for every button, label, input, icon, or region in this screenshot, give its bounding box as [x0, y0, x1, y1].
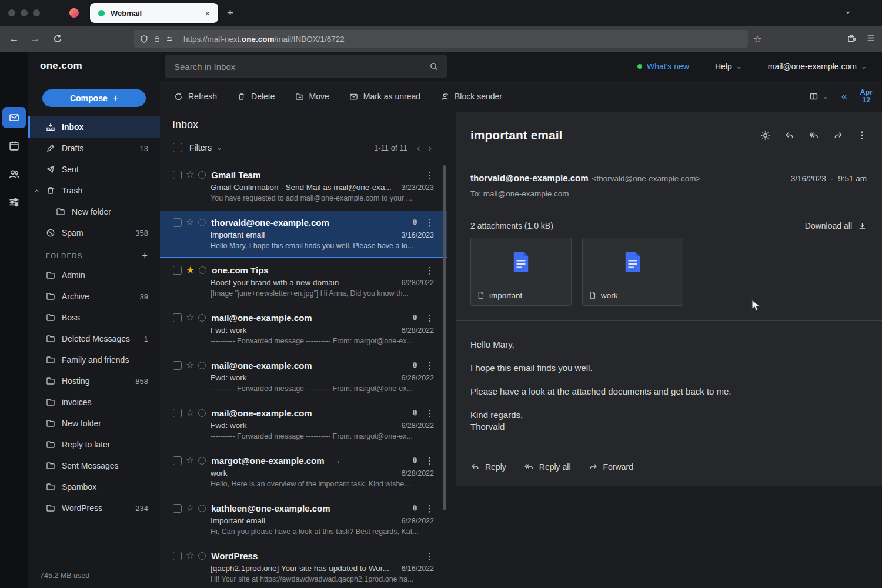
reload-button[interactable] [49, 32, 66, 46]
block-sender-button[interactable]: Block sender [440, 92, 502, 101]
layout-view-button[interactable]: ⌄ [809, 92, 828, 101]
tab-close-icon[interactable]: × [202, 8, 212, 19]
sidebar-item-drafts[interactable]: Drafts 13 [28, 138, 160, 159]
email-checkbox[interactable] [173, 409, 182, 417]
read-indicator[interactable] [198, 219, 206, 226]
rail-contacts-button[interactable] [8, 168, 20, 180]
tracking-shield-icon[interactable] [140, 35, 148, 44]
email-checkbox[interactable] [173, 552, 182, 560]
sidebar-item-trash[interactable]: Trash [28, 180, 160, 201]
sidebar-folder-new-folder[interactable]: New folder [28, 413, 160, 434]
kebab-menu-icon[interactable]: ⋮ [425, 218, 434, 227]
sidebar-item-inbox[interactable]: Inbox [28, 116, 160, 138]
menu-hamburger-icon[interactable]: ☰ [867, 33, 875, 44]
email-list-item[interactable]: ☆ mail@one-example.com ⋮ Fwd: work6/28/2… [160, 353, 447, 401]
email-checkbox[interactable] [173, 171, 182, 179]
star-icon[interactable]: ☆ [186, 456, 194, 465]
sidebar-item-spam[interactable]: Spam 358 [28, 222, 160, 243]
sidebar-item-sent[interactable]: Sent [28, 159, 160, 180]
list-all-tabs-icon[interactable]: ⌄ [844, 6, 851, 15]
star-icon[interactable]: ☆ [186, 408, 194, 417]
read-indicator[interactable] [198, 552, 206, 560]
email-checkbox[interactable] [173, 504, 182, 513]
kebab-menu-icon[interactable]: ⋮ [425, 504, 434, 513]
extensions-icon[interactable] [847, 34, 856, 43]
sender-name[interactable]: thorvald@one-example.com [470, 173, 589, 183]
date-badge[interactable]: Apr 12 [860, 89, 873, 104]
window-close-button[interactable] [8, 9, 15, 16]
collapse-caret-icon[interactable] [34, 188, 40, 194]
move-button[interactable]: Move [295, 92, 329, 101]
read-indicator[interactable] [198, 171, 206, 179]
email-checkbox[interactable] [173, 456, 182, 465]
attachment-card[interactable]: important [470, 238, 572, 306]
sidebar-folder-spambox[interactable]: Spambox [28, 476, 160, 497]
refresh-button[interactable]: Refresh [174, 92, 217, 101]
kebab-menu-icon[interactable]: ⋮ [425, 171, 434, 179]
search-icon[interactable] [429, 62, 439, 71]
kebab-menu-icon[interactable]: ⋮ [425, 266, 434, 275]
lock-icon[interactable] [153, 35, 161, 43]
email-checkbox[interactable] [173, 361, 182, 370]
reply-icon[interactable] [784, 131, 794, 141]
browser-tab[interactable]: Webmail × [90, 3, 218, 23]
rail-mail-button[interactable] [2, 107, 26, 128]
kebab-menu-icon[interactable]: ⋮ [425, 552, 434, 560]
filters-button[interactable]: Filters [189, 143, 212, 152]
window-minimize-button[interactable] [21, 9, 28, 16]
read-indicator[interactable] [198, 314, 206, 322]
star-filled-icon[interactable]: ★ [186, 265, 195, 275]
star-icon[interactable]: ☆ [186, 551, 194, 560]
compose-button[interactable]: Compose + [42, 89, 146, 107]
search-bar[interactable] [165, 55, 447, 78]
one-com-logo[interactable]: one.com [40, 60, 82, 72]
reply-all-icon[interactable] [808, 131, 819, 141]
mark-as-unread-button[interactable]: Mark as unread [349, 92, 420, 101]
kebab-menu-icon[interactable]: ⋮ [425, 409, 434, 417]
star-icon[interactable]: ☆ [186, 360, 194, 370]
kebab-menu-icon[interactable]: ⋮ [425, 456, 434, 465]
forward-icon[interactable] [833, 131, 843, 141]
read-indicator[interactable] [198, 362, 206, 369]
email-list-item[interactable]: ☆ Gmail Team ⋮ Gmail Confirmation - Send… [160, 163, 447, 211]
sidebar-folder-archive[interactable]: Archive39 [28, 286, 160, 307]
reply-button[interactable]: Reply [470, 462, 506, 472]
whats-new-link[interactable]: What's new [637, 62, 689, 71]
collapse-pane-icon[interactable]: « [841, 91, 847, 102]
rail-settings-button[interactable] [8, 196, 20, 208]
bookmark-star-icon[interactable]: ☆ [753, 34, 761, 45]
kebab-menu-icon[interactable]: ⋮ [857, 131, 867, 140]
sidebar-folder-sent-messages[interactable]: Sent Messages [28, 455, 160, 476]
select-all-checkbox[interactable] [173, 143, 182, 152]
forward-button[interactable]: → [27, 32, 44, 46]
kebab-menu-icon[interactable]: ⋮ [425, 361, 434, 370]
email-checkbox[interactable] [173, 218, 182, 227]
prev-page-icon[interactable]: ‹ [417, 143, 420, 153]
delete-button[interactable]: Delete [237, 92, 275, 101]
email-list-item[interactable]: ☆ mail@one-example.com ⋮ Fwd: work6/28/2… [160, 401, 447, 449]
read-indicator[interactable] [198, 409, 206, 417]
next-page-icon[interactable]: › [428, 143, 432, 153]
sidebar-folder-family-and-friends[interactable]: Family and friends [28, 349, 160, 370]
sidebar-folder-hosting[interactable]: Hosting858 [28, 370, 160, 392]
sidebar-item-trash-new-folder[interactable]: New folder [28, 201, 160, 222]
help-menu[interactable]: Help ⌄ [715, 62, 742, 71]
search-input[interactable] [174, 62, 429, 72]
light-mode-icon[interactable] [760, 131, 770, 141]
account-menu[interactable]: mail@one-example.com ⌄ [768, 62, 867, 71]
email-list-item[interactable]: ☆ mail@one-example.com ⋮ Fwd: work6/28/2… [160, 306, 447, 353]
read-indicator[interactable] [199, 266, 206, 274]
sidebar-folder-invoices[interactable]: invoices [28, 392, 160, 413]
new-tab-button[interactable]: + [227, 5, 233, 21]
forward-button[interactable]: Forward [589, 462, 633, 472]
email-list-item[interactable]: ☆ kathleen@one-example.com ⋮ Important e… [160, 496, 447, 544]
sidebar-folder-boss[interactable]: Boss [28, 307, 160, 328]
download-all-button[interactable]: Download all [805, 221, 867, 230]
email-list-item-selected[interactable]: ☆ thorvald@one-example.com ⋮ important e… [160, 211, 447, 258]
star-icon[interactable]: ☆ [186, 503, 194, 513]
attachment-card[interactable]: work [582, 238, 683, 306]
email-list-item[interactable]: ☆ margot@one-example.com → ⋮ work6/28/20… [160, 449, 447, 496]
read-indicator[interactable] [198, 457, 206, 465]
sidebar-folder-admin[interactable]: Admin [28, 265, 160, 286]
star-icon[interactable]: ☆ [186, 170, 194, 179]
